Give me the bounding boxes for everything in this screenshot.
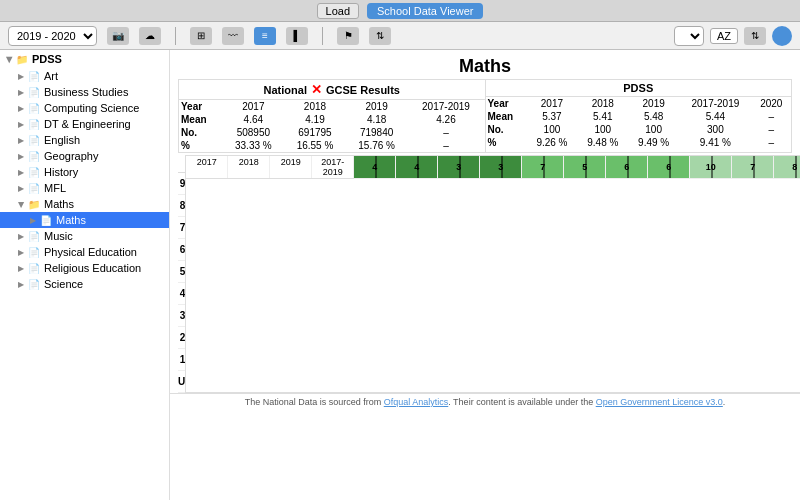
- icon-hist: 📄: [28, 167, 40, 178]
- tri-hist: ▶: [18, 168, 24, 177]
- icon-comp: 📄: [28, 103, 40, 114]
- grade-cell: 10: [690, 156, 732, 178]
- icon-re: 📄: [28, 263, 40, 274]
- sidebar-item-maths[interactable]: ▶ 📄 Maths: [0, 212, 169, 228]
- top-bar: Load School Data Viewer: [0, 0, 800, 22]
- sidebar-item-geography[interactable]: ▶ 📄 Geography: [0, 148, 169, 164]
- flag-icon[interactable]: ⚑: [337, 27, 359, 45]
- icon-mfl: 📄: [28, 183, 40, 194]
- camera-icon[interactable]: 📷: [107, 27, 129, 45]
- tri-eng: ▶: [18, 136, 24, 145]
- list-icon[interactable]: ≡: [254, 27, 276, 45]
- label-music: Music: [44, 230, 73, 242]
- year-label: Year: [179, 100, 223, 113]
- sidebar-item-re[interactable]: ▶ 📄 Religious Education: [0, 260, 169, 276]
- mean-label: Mean: [179, 113, 223, 126]
- sidebar-item-maths-parent[interactable]: ▶ 📁 Maths: [0, 196, 169, 212]
- wave-icon[interactable]: 〰: [222, 27, 244, 45]
- sidebar-item-science[interactable]: ▶ 📄 Science: [0, 276, 169, 292]
- grade-visualization: 987654321U 2017201820192017-201944337566…: [170, 155, 800, 393]
- tri-pe: ▶: [18, 248, 24, 257]
- ogl-link[interactable]: Open Government Licence v3.0: [596, 397, 723, 407]
- sidebar-item-history[interactable]: ▶ 📄 History: [0, 164, 169, 180]
- school-data-viewer-button[interactable]: School Data Viewer: [367, 3, 483, 19]
- icon-maths-folder: 📁: [28, 199, 40, 210]
- sidebar-item-dt[interactable]: ▶ 📄 DT & Engineering: [0, 116, 169, 132]
- cloud-icon[interactable]: ☁: [139, 27, 161, 45]
- label-hist: History: [44, 166, 78, 178]
- label-re: Religious Education: [44, 262, 141, 274]
- label-dt: DT & Engineering: [44, 118, 131, 130]
- sidebar-item-computing[interactable]: ▶ 📄 Computing Science: [0, 100, 169, 116]
- icon-sci: 📄: [28, 279, 40, 290]
- footer: The National Data is sourced from Ofqual…: [170, 393, 800, 410]
- bar-icon[interactable]: ▌: [286, 27, 308, 45]
- page-title: Maths: [170, 50, 800, 79]
- no-label: No.: [179, 126, 223, 139]
- grade-row-8: 7566: [522, 156, 690, 179]
- pct-label: %: [179, 139, 223, 152]
- sidebar-item-english[interactable]: ▶ 📄 English: [0, 132, 169, 148]
- label-maths: Maths: [56, 214, 86, 226]
- label-mfl: MFL: [44, 182, 66, 194]
- national-grades-area: 2017201820192017-201944337566107881196.0…: [185, 155, 800, 393]
- national-panel: National ✕ GCSE Results Year 2017 2018 2…: [178, 79, 485, 153]
- tri-mfl: ▶: [18, 184, 24, 193]
- grade-cell: 3: [480, 156, 522, 178]
- main-layout: ▶ 📁 PDSS ▶ 📄 Art ▶ 📄 Business Studies ▶ …: [0, 50, 800, 500]
- year-col-header: 2017: [186, 156, 228, 178]
- year-col-header: 2017-2019: [312, 156, 354, 178]
- grade-label-6: 6: [178, 239, 185, 261]
- sidebar-item-business[interactable]: ▶ 📄 Business Studies: [0, 84, 169, 100]
- load-button[interactable]: Load: [317, 3, 359, 19]
- pdss-panel: PDSS Year 2017 2018 2019 2017-2019 2020 …: [485, 79, 793, 153]
- grade-cell: 7: [732, 156, 774, 178]
- blue-dot[interactable]: [772, 26, 792, 46]
- grade-label-5: 5: [178, 261, 185, 283]
- grade-cell: 3: [438, 156, 480, 178]
- label-sci: Science: [44, 278, 83, 290]
- grade-cell: 6: [648, 156, 690, 178]
- sidebar-item-pe[interactable]: ▶ 📄 Physical Education: [0, 244, 169, 260]
- grade-cell: 8: [774, 156, 800, 178]
- pdss-panel-title: PDSS: [486, 80, 792, 97]
- label-art: Art: [44, 70, 58, 82]
- settings-icon[interactable]: ⇅: [744, 27, 766, 45]
- content-area: Maths National ✕ GCSE Results Year 2017 …: [170, 50, 800, 500]
- tri-maths: ▶: [17, 201, 26, 207]
- sidebar-header: ▶ 📁 PDSS: [0, 50, 169, 68]
- pdss-stats-table: Year 2017 2018 2019 2017-2019 2020 Mean …: [486, 97, 792, 149]
- tri-sci: ▶: [18, 280, 24, 289]
- icon-bus: 📄: [28, 87, 40, 98]
- year-select[interactable]: 2019 - 2020: [8, 26, 97, 46]
- grid-icon[interactable]: ⊞: [190, 27, 212, 45]
- tri-maths-child: ▶: [30, 216, 36, 225]
- sort-icon[interactable]: ⇅: [369, 27, 391, 45]
- icon-maths: 📄: [40, 215, 52, 226]
- icon-dt: 📄: [28, 119, 40, 130]
- filter-select[interactable]: [674, 26, 704, 46]
- grade-label-7: 7: [178, 217, 185, 239]
- ofqual-link[interactable]: Ofqual Analytics: [384, 397, 449, 407]
- grade-label-4: 4: [178, 283, 185, 305]
- grade-cell: 4: [396, 156, 438, 178]
- sidebar-item-mfl[interactable]: ▶ 📄 MFL: [0, 180, 169, 196]
- national-stats-table: Year 2017 2018 2019 2017-2019 Mean 4.64 …: [179, 100, 485, 152]
- grade-row-7: 10788: [690, 156, 800, 179]
- tri-bus: ▶: [18, 88, 24, 97]
- grade-row-9: 4433: [354, 156, 522, 179]
- icon-music: 📄: [28, 231, 40, 242]
- icon-pe: 📄: [28, 247, 40, 258]
- sidebar-item-art[interactable]: ▶ 📄 Art: [0, 68, 169, 84]
- year-col-header: 2018: [228, 156, 270, 178]
- sidebar-item-music[interactable]: ▶ 📄 Music: [0, 228, 169, 244]
- icon-art: 📄: [28, 71, 40, 82]
- icon-eng: 📄: [28, 135, 40, 146]
- label-bus: Business Studies: [44, 86, 128, 98]
- az-button[interactable]: AZ: [710, 28, 738, 44]
- folder-icon: 📁: [16, 54, 28, 65]
- triangle-pdss[interactable]: ▶: [5, 56, 14, 62]
- grade-label-U: U: [178, 371, 185, 393]
- grade-labels-col: 987654321U: [178, 155, 185, 393]
- grade-label-8: 8: [178, 195, 185, 217]
